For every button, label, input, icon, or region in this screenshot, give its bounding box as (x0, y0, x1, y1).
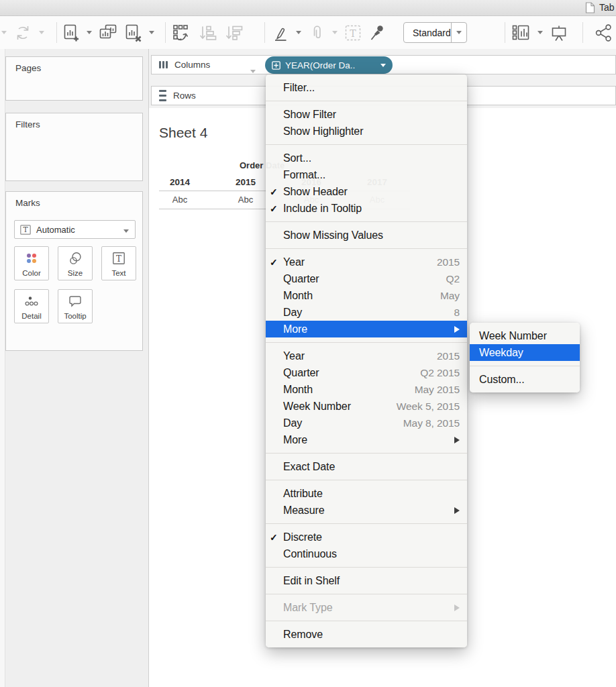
dropdown-caret (1, 31, 7, 34)
toolbar-divider (582, 22, 583, 43)
menu-item-label: Week Number (283, 401, 351, 413)
menu-section: Week NumberWeekday (470, 323, 580, 366)
submenu-arrow-icon (454, 437, 460, 443)
mark-type-dropdown[interactable]: T Automatic (14, 220, 136, 239)
menu-item-year[interactable]: ✓Year2015 (266, 254, 467, 270)
marks-card: Marks T Automatic ColorSizeTTextDetailTo… (5, 191, 143, 351)
columns-shelf-caret[interactable] (250, 64, 256, 76)
menu-item-hint: 2015 (437, 350, 460, 362)
menu-item-month[interactable]: MonthMay 2015 (266, 381, 467, 398)
menu-section: ✓DiscreteContinuous (266, 524, 467, 568)
toolbar-group (595, 16, 613, 49)
toolbar-group (511, 16, 569, 49)
menu-item-week-number[interactable]: Week NumberWeek 5, 2015 (266, 398, 467, 415)
mark-button-color[interactable]: Color (14, 246, 49, 280)
dropdown-caret[interactable] (149, 31, 154, 34)
menu-item-discrete[interactable]: ✓Discrete (266, 529, 467, 545)
toolbar-divider (505, 22, 505, 43)
menu-section: Show FilterShow Highlighter (266, 101, 467, 145)
menu-item-more[interactable]: More (266, 431, 467, 448)
menu-item-quarter[interactable]: QuarterQ2 2015 (266, 364, 467, 381)
mark-type-value: Automatic (36, 225, 123, 235)
pill-year-order-date[interactable]: YEAR(Order Da.. (265, 56, 393, 74)
pin-icon[interactable] (368, 23, 387, 42)
menu-item-label: Show Highlighter (283, 125, 363, 138)
menu-item-label: Quarter (283, 367, 319, 379)
menu-item-show-highlighter[interactable]: Show Highlighter (266, 123, 467, 140)
menu-item-quarter[interactable]: QuarterQ2 (266, 270, 467, 287)
menu-section: Filter... (266, 74, 467, 101)
window-title: Tab (599, 2, 615, 13)
text-t-icon: T (111, 247, 127, 269)
checkmark-icon: ✓ (270, 532, 283, 543)
menu-item-weekday[interactable]: Weekday (470, 344, 580, 361)
menu-item-custom[interactable]: Custom... (470, 371, 580, 388)
menu-item-label: More (283, 434, 307, 446)
mark-button-label: Tooltip (64, 312, 86, 320)
menu-item-show-filter[interactable]: Show Filter (266, 106, 467, 123)
menu-item-year[interactable]: Year2015 (266, 348, 467, 364)
menu-item-hint: Week 5, 2015 (397, 401, 460, 413)
menu-item-show-missing-values[interactable]: Show Missing Values (266, 227, 467, 244)
year-header: 2015 (236, 177, 256, 187)
menu-item-month[interactable]: MonthMay (266, 287, 467, 304)
mark-button-detail[interactable]: Detail (14, 289, 49, 323)
fit-selector-value: Standard (404, 28, 451, 38)
pill-caret[interactable] (380, 64, 386, 67)
show-me-icon[interactable] (511, 23, 531, 42)
field-context-menu: Filter...Show FilterShow HighlighterSort… (266, 74, 467, 647)
menu-item-label: Month (283, 290, 313, 302)
duplicate-sheet-icon[interactable] (98, 23, 118, 42)
menu-item-remove[interactable]: Remove (266, 626, 467, 643)
rows-icon (159, 90, 166, 101)
mark-button-text[interactable]: TText (101, 246, 136, 280)
rows-label: Rows (173, 91, 196, 101)
menu-item-include-in-tooltip[interactable]: ✓Include in Tooltip (266, 200, 467, 217)
new-worksheet-icon[interactable] (62, 23, 81, 42)
checkmark-icon: ✓ (270, 187, 283, 197)
menu-item-measure[interactable]: Measure (266, 502, 467, 519)
expand-plus-icon[interactable] (272, 61, 280, 70)
menu-item-attribute[interactable]: Attribute (266, 485, 467, 502)
svg-text:T: T (116, 254, 121, 263)
share-icon[interactable] (595, 23, 613, 42)
menu-item-more[interactable]: More (266, 321, 467, 337)
menu-item-exact-date[interactable]: Exact Date (266, 458, 467, 475)
highlighter-icon[interactable] (271, 23, 290, 42)
mark-button-label: Color (22, 269, 40, 277)
clear-sheet-icon[interactable] (124, 23, 143, 42)
mark-button-tooltip[interactable]: Tooltip (58, 289, 93, 323)
dropdown-caret[interactable] (537, 31, 543, 34)
menu-item-continuous[interactable]: Continuous (266, 545, 467, 562)
toolbar: Standard T (0, 16, 616, 50)
menu-item-day[interactable]: DayMay 8, 2015 (266, 415, 467, 431)
size-circles-icon (67, 247, 83, 269)
dropdown-caret[interactable] (296, 31, 301, 34)
refresh-icon (13, 23, 33, 42)
menu-item-filter[interactable]: Filter... (266, 79, 467, 96)
menu-item-day[interactable]: Day8 (266, 304, 467, 321)
pages-shelf[interactable]: Pages (5, 56, 143, 101)
menu-item-format[interactable]: Format... (266, 166, 467, 183)
mark-button-size[interactable]: Size (58, 246, 93, 280)
menu-item-sort[interactable]: Sort... (266, 150, 467, 166)
fit-selector-caret[interactable] (451, 23, 466, 42)
color-dots-icon (23, 247, 40, 269)
table-cell: Abc (238, 195, 253, 205)
menu-item-show-header[interactable]: ✓Show Header (266, 183, 467, 200)
menu-item-label: Discrete (283, 531, 322, 543)
menu-section: Edit in Shelf (266, 568, 467, 594)
menu-item-label: Year (283, 350, 305, 362)
mark-type-caret[interactable] (123, 223, 135, 235)
dropdown-caret[interactable] (87, 31, 92, 34)
filters-shelf[interactable]: Filters (5, 113, 143, 181)
mark-button-label: Text (111, 269, 125, 277)
menu-item-week-number[interactable]: Week Number (470, 327, 580, 344)
fit-selector[interactable]: Standard (403, 22, 467, 43)
menu-item-edit-in-shelf[interactable]: Edit in Shelf (266, 572, 467, 589)
menu-item-label: Show Header (283, 186, 348, 198)
presentation-mode-icon[interactable] (549, 23, 569, 42)
swap-axes-icon[interactable] (172, 23, 192, 42)
menu-item-label: Quarter (283, 273, 319, 285)
toolbar-group (1, 16, 44, 49)
